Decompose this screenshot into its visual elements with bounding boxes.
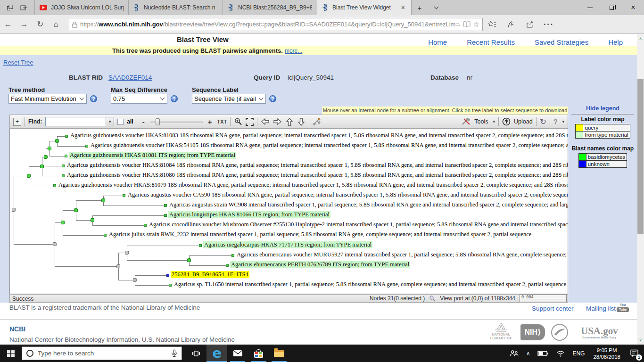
tools-icon[interactable] (462, 118, 471, 126)
refresh-tree-icon[interactable]: ↻ (540, 117, 546, 127)
pan-right-icon[interactable] (273, 117, 282, 126)
tree-internal-node[interactable] (74, 208, 78, 212)
tree-internal-node[interactable] (91, 218, 94, 222)
scroll-up-icon[interactable]: ∧ (637, 35, 644, 42)
blast-rid-link[interactable]: SAAD0ZEF014 (108, 74, 152, 81)
back-icon[interactable]: ← (0, 20, 16, 29)
nav-recent-results-link[interactable]: Recent Results (467, 38, 515, 46)
max-seq-difference-select[interactable]: 0.75 (111, 94, 167, 104)
taskbar-search-box[interactable]: Type here to search (22, 346, 182, 360)
forward-icon[interactable]: → (16, 20, 32, 29)
tab-preview-toggle[interactable] (428, 0, 444, 15)
action-center-icon[interactable]: 1 (625, 345, 644, 362)
tree-internal-node[interactable] (53, 242, 57, 246)
tree-internal-node[interactable] (125, 251, 129, 255)
nav-saved-strategies-link[interactable]: Saved Strategies (535, 38, 588, 46)
tree-internal-node[interactable] (12, 208, 16, 212)
upload-icon[interactable] (502, 117, 511, 126)
share-icon[interactable] (520, 21, 539, 28)
tree-leaf-node[interactable] (164, 214, 167, 217)
tree-internal-node[interactable] (40, 165, 44, 168)
tree-leaf-node[interactable] (104, 234, 107, 237)
task-view-button[interactable] (186, 345, 206, 362)
tree-leaf-label[interactable]: Agaricus guizhouensis voucher HKAS:81083… (69, 132, 568, 139)
pan-left-icon[interactable] (261, 117, 270, 126)
tree-internal-node[interactable] (27, 174, 31, 178)
zoom-out-button[interactable]: - (140, 118, 147, 126)
favorite-star-icon[interactable]: ☆ (473, 20, 479, 29)
tree-internal-node[interactable] (101, 198, 105, 202)
zoom-to-selection-icon[interactable] (234, 117, 242, 126)
browser-tab-active[interactable]: Blast Tree View Widget × (317, 0, 412, 15)
zoom-slider-handle[interactable] (156, 118, 160, 125)
clock[interactable]: 9:05 PM 28/08/2018 (588, 345, 625, 362)
hide-legend-link[interactable]: Hide legend (571, 105, 634, 112)
tree-internal-node[interactable] (116, 264, 120, 268)
upload-label[interactable]: Upload (514, 118, 533, 125)
wifi-icon[interactable] (553, 345, 569, 362)
tree-leaf-node[interactable] (166, 274, 169, 277)
tree-leaf-label[interactable]: Agaricus longistipes HKAS 81066 ITS regi… (168, 211, 330, 218)
tree-leaf-node[interactable] (53, 184, 56, 187)
scrollbar-thumb[interactable] (637, 79, 644, 234)
help-icon[interactable]: ? (553, 118, 558, 125)
tree-leaf-label[interactable]: Agaricus guizhouensis voucher HKAS:81079… (58, 181, 568, 189)
tree-leaf-node[interactable] (164, 204, 167, 207)
window-close-button[interactable]: × (622, 0, 644, 15)
tree-leaf-node[interactable] (231, 254, 234, 257)
window-restore-button[interactable] (601, 0, 622, 15)
tree-leaf-node[interactable] (65, 155, 67, 157)
tree-leaf-node[interactable] (65, 135, 68, 138)
find-input[interactable]: ▼ (45, 117, 114, 126)
txt-view-button[interactable]: TXT (217, 119, 227, 124)
tree-method-select[interactable]: Fast Minimum Evolution (8, 94, 87, 104)
reset-tree-link[interactable]: Reset Tree (3, 59, 33, 66)
home-icon[interactable]: ⌂ (48, 20, 64, 29)
window-minimize-button[interactable] (579, 0, 601, 15)
tree-internal-node[interactable] (133, 278, 137, 282)
edge-taskbar-icon[interactable]: e (206, 345, 227, 362)
tree-leaf-label[interactable]: Agaricus sp. TL1650 internal transcribed… (173, 281, 567, 288)
tree-leaf-node[interactable] (226, 264, 229, 267)
tree-leaf-label[interactable]: Agaricus guizhouensis HKAS 81081 ITS reg… (69, 152, 236, 159)
url-field[interactable]: https://www.ncbi.nlm.nih.gov/blast/treev… (69, 18, 483, 31)
tree-leaf-node[interactable] (62, 174, 65, 177)
tree-internal-node[interactable] (187, 258, 191, 262)
microphone-icon[interactable] (171, 349, 177, 357)
tree-method-help-icon[interactable]: ? (90, 95, 97, 102)
subtree-tool-icon[interactable] (313, 118, 321, 126)
page-scrollbar[interactable]: ∧ ∨ (637, 34, 644, 345)
tree-leaf-label[interactable]: Agaricus eburneocanus PERTH 07626789 ITS… (230, 261, 410, 268)
tree-internal-node[interactable] (44, 155, 48, 159)
support-center-link[interactable]: Support center (532, 305, 574, 312)
tree-leaf-node[interactable] (199, 244, 202, 247)
hub-icon[interactable] (483, 21, 502, 28)
nih-logo[interactable]: NIH⟩ (520, 324, 545, 340)
new-tab-button[interactable]: + (412, 0, 428, 15)
browser-tab-3[interactable]: NCBI Blast:256284_B9_B9+8 (223, 0, 317, 15)
tree-leaf-node[interactable] (62, 165, 65, 167)
tree-internal-node[interactable] (55, 139, 59, 143)
web-note-pen-icon[interactable] (502, 21, 520, 28)
refresh-icon[interactable]: ↻ (32, 19, 48, 29)
ncbi-footer-title[interactable]: NCBI (9, 325, 25, 333)
scroll-down-icon[interactable]: ∨ (637, 336, 644, 344)
tree-leaf-node[interactable] (123, 194, 125, 197)
tree-internal-node[interactable] (48, 147, 51, 150)
reading-view-icon[interactable] (463, 21, 471, 27)
show-hidden-icons-chevron[interactable]: ∧ (522, 345, 534, 362)
tree-leaf-label[interactable]: Agaricus megalocarpus HKAS 71717 ITS reg… (203, 241, 372, 248)
sequence-label-select[interactable]: Sequence Title (if avail (192, 94, 266, 104)
browser-tab-1[interactable]: JOJO Siwa Unicorn LOL Surp (34, 0, 129, 15)
mail-taskbar-icon[interactable] (227, 345, 248, 362)
tree-leaf-label[interactable]: Agaricus crocodilinus voucher Mushroom O… (148, 221, 568, 228)
tree-leaf-node[interactable] (169, 284, 172, 287)
zoom-slider[interactable] (150, 118, 203, 126)
mailing-list-link[interactable]: Mailing list (586, 305, 616, 312)
tools-label[interactable]: Tools (474, 118, 488, 125)
tab-close-icon[interactable]: × (400, 4, 406, 11)
tree-leaf-label[interactable]: Agaricus augustus voucher CA590 18S ribo… (127, 191, 568, 198)
tree-leaf-label[interactable]: Agaricus augustus strain WC908 internal … (168, 201, 568, 208)
expand-all-icon[interactable]: + (13, 118, 21, 126)
tree-leaf-label[interactable]: Agaricus eburneocanus voucher MURU5927 i… (236, 251, 568, 258)
